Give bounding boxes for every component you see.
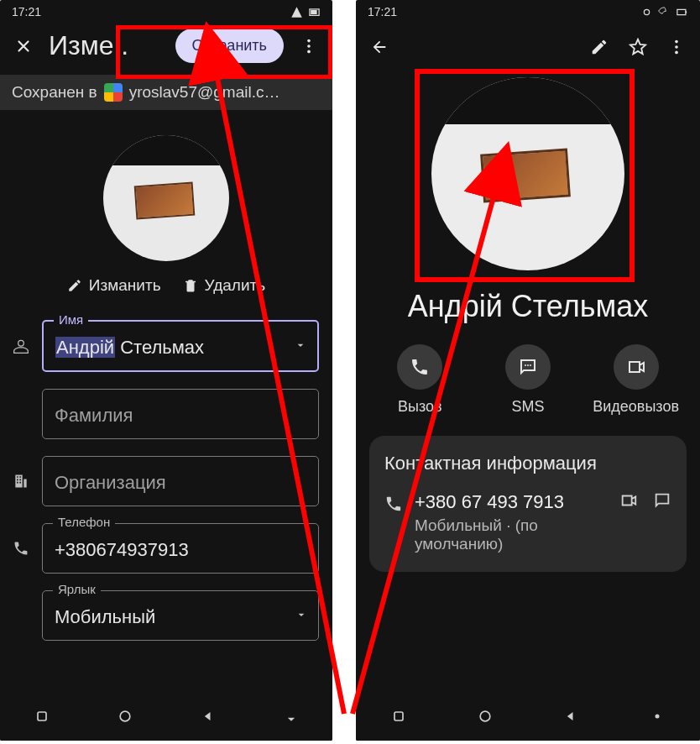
- delete-photo-button[interactable]: Удалить: [183, 276, 266, 295]
- svg-point-17: [655, 715, 659, 719]
- svg-point-3: [307, 50, 311, 53]
- phone-row[interactable]: +380 67 493 7913 Мобильный · (по умолчан…: [384, 491, 671, 553]
- nav-bar: [0, 695, 332, 741]
- status-bar: 17:21: [356, 0, 700, 24]
- edit-button[interactable]: [582, 30, 616, 64]
- phone-icon: [8, 540, 34, 557]
- view-contact-screen: 17:21 Андрій С: [356, 0, 700, 741]
- contact-avatar[interactable]: [431, 77, 624, 270]
- svg-point-14: [530, 364, 531, 366]
- dropdown-icon: [295, 605, 308, 626]
- phone-field[interactable]: Телефон +380674937913: [42, 523, 319, 574]
- nav-recent[interactable]: [34, 708, 50, 728]
- last-name-field[interactable]: Фамилия: [42, 389, 319, 439]
- app-bar: [356, 24, 700, 71]
- svg-point-10: [675, 45, 678, 49]
- svg-rect-4: [38, 712, 46, 720]
- screen-title: Изме..: [49, 30, 167, 61]
- svg-rect-7: [677, 9, 686, 14]
- save-button[interactable]: Сохранить: [175, 29, 284, 63]
- sms-button[interactable]: SMS: [478, 344, 578, 416]
- svg-point-9: [675, 40, 678, 44]
- nav-back[interactable]: [200, 708, 217, 728]
- svg-point-5: [120, 711, 130, 721]
- contact-info-card: Контактная информация +380 67 493 7913 М…: [369, 436, 687, 572]
- svg-point-6: [644, 9, 649, 14]
- building-icon: [8, 473, 34, 490]
- nav-hide-keyboard[interactable]: [283, 708, 300, 728]
- info-title: Контактная информация: [384, 453, 671, 474]
- phone-icon: [384, 491, 403, 516]
- call-button[interactable]: Вызов: [369, 344, 470, 416]
- star-button[interactable]: [621, 30, 655, 64]
- status-time: 17:21: [368, 5, 397, 18]
- nav-bar: [356, 695, 700, 741]
- phone-sublabel: Мобильный · (по умолчанию): [415, 516, 608, 553]
- action-row: Вызов SMS Видеовызов: [356, 341, 700, 436]
- nav-home[interactable]: [117, 708, 133, 728]
- svg-rect-15: [394, 712, 403, 720]
- organization-field[interactable]: Организация: [42, 456, 319, 506]
- status-time: 17:21: [12, 5, 41, 18]
- saved-in-email: yroslav57@gmail.c…: [129, 83, 280, 102]
- back-button[interactable]: [363, 30, 396, 64]
- avatar-section: Изманить Удалить: [0, 110, 332, 310]
- phone-number: +380 67 493 7913: [415, 491, 608, 513]
- svg-point-2: [307, 45, 311, 48]
- change-photo-button[interactable]: Изманить: [67, 276, 161, 295]
- first-name-field[interactable]: Имя Андрій Стельмах: [42, 320, 319, 372]
- status-icons: [640, 6, 688, 18]
- chevron-down-icon[interactable]: [294, 335, 307, 357]
- contact-name: Андрій Стельмах: [356, 280, 700, 341]
- status-bar: 17:21: [0, 0, 332, 24]
- svg-point-13: [527, 364, 529, 366]
- svg-point-1: [307, 39, 311, 42]
- nav-back[interactable]: [562, 708, 579, 728]
- google-icon: [104, 83, 123, 102]
- video-icon[interactable]: [619, 491, 638, 513]
- svg-rect-8: [686, 11, 687, 13]
- svg-rect-0: [311, 10, 317, 14]
- more-button[interactable]: [660, 30, 693, 64]
- svg-point-16: [480, 711, 490, 721]
- edit-contact-screen: 17:21 Изме.. Сохранить Сохранен в yrosla…: [0, 0, 332, 741]
- nav-extra[interactable]: [649, 708, 666, 728]
- message-icon[interactable]: [653, 491, 671, 513]
- saved-in-banner: Сохранен в yroslav57@gmail.c…: [0, 75, 332, 110]
- person-icon: [8, 338, 34, 354]
- more-button[interactable]: [292, 29, 326, 63]
- app-bar: Изме.. Сохранить: [0, 24, 332, 75]
- status-icons: [290, 6, 321, 18]
- nav-home[interactable]: [477, 708, 494, 728]
- close-button[interactable]: [7, 29, 40, 63]
- video-call-button[interactable]: Видеовызов: [586, 344, 687, 416]
- contact-avatar[interactable]: [103, 135, 229, 261]
- svg-point-12: [525, 364, 526, 366]
- saved-in-prefix: Сохранен в: [12, 83, 97, 102]
- nav-recent[interactable]: [390, 708, 407, 728]
- phone-label-select[interactable]: Ярлык Мобильный: [42, 590, 319, 641]
- svg-point-11: [675, 51, 678, 55]
